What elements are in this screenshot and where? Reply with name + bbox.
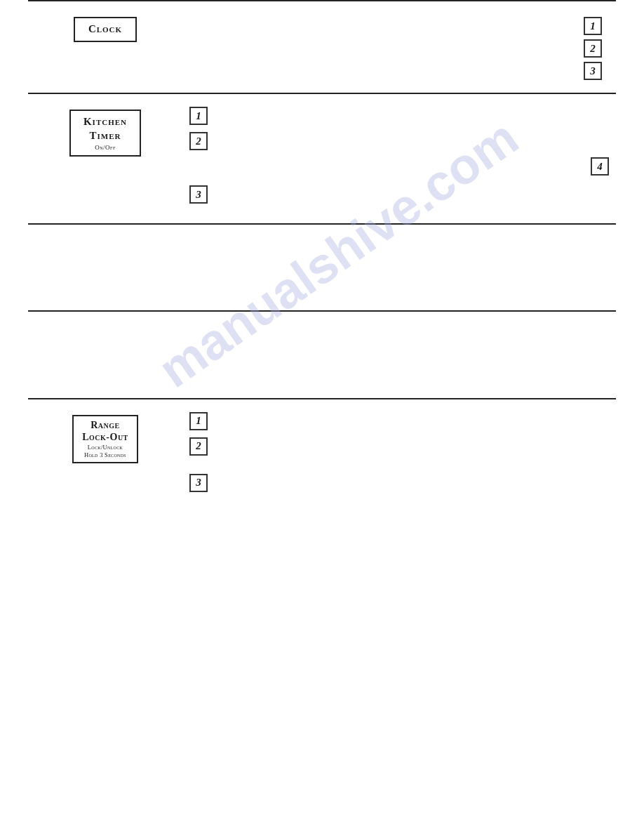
kitchen-timer-button-col: KitchenTimer On/Off [28, 107, 182, 157]
kitchen-step-3: 3 [189, 185, 208, 204]
kitchen-step-3-text [215, 185, 616, 187]
kitchen-step-1-text [215, 107, 616, 108]
range-lockout-section: Range Lock-Out Lock/Unlock Hold 3 Second… [28, 399, 616, 512]
clock-button-label: Clock [88, 22, 122, 37]
kitchen-timer-section: KitchenTimer On/Off 1 2 4 3 [28, 94, 616, 223]
text-section-1-content [42, 237, 602, 252]
kitchen-step-2: 2 [189, 132, 208, 150]
kitchen-step-2-text [215, 132, 616, 133]
clock-step-1: 1 [584, 17, 602, 35]
kitchen-step-row-2: 2 [189, 132, 616, 150]
clock-step-3: 3 [584, 62, 602, 80]
range-step-row-3: 3 [189, 474, 616, 492]
range-step-row-2: 2 [189, 437, 616, 456]
text-section-1 [28, 225, 616, 310]
range-step-2-text [215, 437, 616, 439]
range-lockout-label-line1: Range [90, 420, 120, 432]
clock-steps: 1 2 3 [584, 14, 616, 80]
range-step-2: 2 [189, 437, 208, 456]
clock-button[interactable]: Clock [74, 17, 137, 42]
range-lockout-button[interactable]: Range Lock-Out Lock/Unlock Hold 3 Second… [72, 415, 138, 464]
range-lockout-sub2: Hold 3 Seconds [84, 451, 126, 458]
range-step-3-text [215, 474, 616, 475]
clock-button-col: Clock [28, 14, 182, 42]
text-section-2-content [42, 324, 602, 339]
clock-step-2: 2 [584, 39, 602, 58]
range-step-row-1: 1 [189, 412, 616, 430]
text-section-2-content-2 [42, 345, 602, 359]
kitchen-step-1: 1 [189, 107, 208, 125]
clock-section: Clock 1 2 3 [28, 1, 616, 93]
text-section-1-content-3 [42, 278, 602, 293]
kitchen-step-4: 4 [591, 157, 609, 176]
range-step-3: 3 [189, 474, 208, 492]
kitchen-timer-content: 1 2 4 3 [182, 107, 616, 211]
range-step-1-text [215, 412, 616, 413]
kitchen-step-row-1: 1 [189, 107, 616, 125]
text-section-2 [28, 312, 616, 397]
range-lockout-label-line2: Lock-Out [82, 432, 128, 444]
kitchen-timer-button[interactable]: KitchenTimer On/Off [69, 110, 141, 157]
range-step-1: 1 [189, 412, 208, 430]
text-section-2-content-3 [42, 365, 602, 380]
kitchen-step-row-3: 3 [189, 185, 616, 204]
page: Clock 1 2 3 KitchenTimer On/Off 1 [0, 0, 644, 512]
kitchen-timer-sublabel: On/Off [95, 144, 116, 151]
kitchen-timer-label: KitchenTimer [83, 115, 127, 143]
range-lockout-content: 1 2 3 [182, 412, 616, 499]
text-section-1-content-2 [42, 258, 602, 272]
range-gap [189, 463, 616, 474]
range-lockout-sub1: Lock/Unlock [88, 444, 123, 451]
range-lockout-button-col: Range Lock-Out Lock/Unlock Hold 3 Second… [28, 412, 182, 464]
